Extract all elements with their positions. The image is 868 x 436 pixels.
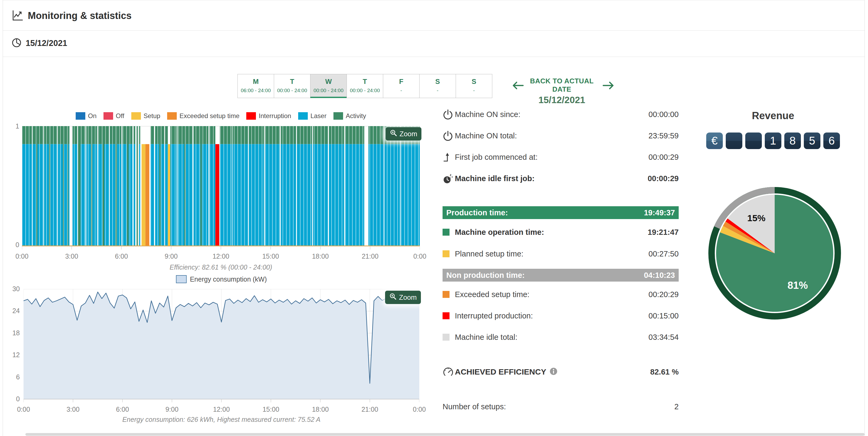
stat-label: Machine idle first job: — [455, 174, 534, 183]
week-day-5[interactable]: S- — [419, 74, 456, 98]
stat-label: Production time: — [446, 208, 508, 217]
stat-row-interrupted-production: Interrupted production:00:15:00 — [442, 309, 679, 322]
date-divider — [3, 57, 865, 57]
legend-item-exceeded-setup-time: Exceeded setup time — [167, 112, 239, 120]
revenue-pie-chart: 81%15% — [705, 184, 844, 324]
stat-label: Planned setup time: — [455, 249, 523, 258]
legend-item-off: Off — [103, 112, 124, 120]
card-top-border — [3, 0, 865, 0]
timeline-x-tick-label: 0:00 — [408, 253, 432, 260]
legend-swatch — [131, 112, 141, 120]
stat-row-number-of-setups: Number of setups:2 — [442, 400, 679, 413]
energy-legend: Energy consumption (kW) — [24, 275, 419, 283]
timeline-ymin-label: 0 — [6, 241, 19, 249]
stat-value: 19:49:37 — [644, 208, 675, 217]
page-header: Monitoring & statistics — [11, 9, 131, 23]
stat-label: First job commenced at: — [455, 153, 537, 162]
legend-label: Activity — [346, 112, 366, 120]
legend-item-interruption: Interruption — [246, 112, 291, 120]
stat-value: 00:20:29 — [648, 290, 679, 299]
stat-swatch — [442, 250, 450, 257]
energy-consumption-chart — [24, 289, 419, 404]
energy-y-tick-label: 30 — [6, 285, 20, 293]
timeline-x-tick-label: 12:00 — [209, 253, 233, 260]
energy-y-tick-label: 6 — [6, 373, 20, 381]
week-day-2-selected[interactable]: W00:00 - 24:00 — [310, 74, 347, 98]
stat-label: Machine idle total: — [455, 333, 518, 342]
stat-swatch — [442, 291, 450, 298]
stat-value: 2 — [674, 402, 679, 411]
timeline-legend: OnOffSetupExceeded setup timeInterruptio… — [22, 112, 420, 120]
machine-stats-panel: Machine ON since:00:00:00Machine ON tota… — [442, 108, 679, 423]
energy-y-tick-label: 24 — [6, 307, 20, 315]
efficiency-caption: Efficiency: 82.61 % (00:00 - 24:00) — [22, 263, 420, 271]
timeline-zoom-button[interactable]: Zoom — [385, 127, 422, 140]
stat-label: Non production time: — [446, 271, 525, 280]
energy-x-tick-label: 18:00 — [308, 406, 332, 413]
blank-digit-tile — [745, 133, 762, 149]
nav-date: 15/12/2021 — [524, 95, 600, 105]
current-date: 15/12/2021 — [26, 38, 67, 48]
stat-row-non-production-time: Non production time:04:10:23 — [442, 269, 679, 281]
back-to-actual-date[interactable]: BACK TO ACTUAL DATE 15/12/2021 — [524, 77, 600, 105]
legend-swatch — [246, 112, 256, 120]
stat-row-production-time: Production time:19:49:37 — [442, 206, 679, 219]
info-icon[interactable] — [550, 367, 558, 376]
stat-label: ACHIEVED EFFICIENCY — [455, 367, 546, 376]
week-day-1[interactable]: T00:00 - 24:00 — [274, 74, 310, 98]
timeline-x-tick-label: 9:00 — [159, 253, 183, 260]
energy-y-tick-label: 12 — [6, 351, 20, 359]
next-day-arrow[interactable] — [602, 80, 615, 92]
day-hours: 06:00 - 24:00 — [238, 88, 274, 94]
svg-text:z: z — [450, 173, 452, 177]
card-left-border — [3, 0, 3, 436]
day-letter: W — [310, 77, 346, 86]
gauge-icon — [442, 366, 455, 377]
week-day-3[interactable]: T00:00 - 24:00 — [346, 74, 383, 98]
svg-text:z: z — [450, 177, 451, 179]
energy-legend-swatch — [176, 275, 187, 283]
timeline-x-tick-label: 18:00 — [308, 253, 332, 260]
day-letter: M — [238, 77, 274, 86]
stat-value: 00:15:00 — [648, 311, 679, 320]
svg-text:z: z — [452, 175, 453, 178]
energy-x-tick-label: 6:00 — [111, 406, 134, 413]
blank-digit-tile — [726, 133, 742, 149]
day-hours: 00:00 - 24:00 — [310, 88, 346, 94]
day-hours: - — [456, 88, 492, 94]
energy-x-tick-label: 15:00 — [259, 406, 283, 413]
monitoring-dashboard: Monitoring & statistics 15/12/2021 M06:0… — [0, 0, 868, 436]
stat-swatch — [442, 229, 450, 236]
week-day-0[interactable]: M06:00 - 24:00 — [238, 74, 274, 98]
machine-status-timeline-chart — [22, 126, 420, 251]
week-day-6[interactable]: S- — [456, 74, 492, 98]
week-day-4[interactable]: F- — [383, 74, 420, 98]
power-icon — [442, 109, 455, 120]
legend-swatch — [334, 112, 343, 120]
legend-swatch — [298, 112, 308, 120]
stat-value: 04:10:23 — [644, 271, 675, 280]
day-letter: T — [274, 77, 310, 86]
legend-label: Exceeded setup time — [180, 112, 239, 120]
legend-label: Setup — [144, 112, 160, 120]
stat-label: Machine operation time: — [455, 228, 544, 237]
stat-label: Exceeded setup time: — [455, 290, 529, 299]
pie-clock-icon — [11, 37, 22, 49]
timeline-x-tick-label: 0:00 — [10, 253, 34, 260]
digit-tile: 5 — [804, 133, 820, 149]
energy-zoom-button[interactable]: Zoom — [385, 291, 421, 304]
legend-label: On — [88, 112, 96, 120]
legend-swatch — [103, 112, 113, 120]
legend-swatch — [76, 112, 85, 120]
energy-x-tick-label: 3:00 — [61, 406, 85, 413]
legend-swatch — [167, 112, 177, 120]
horizontal-scrollbar[interactable] — [25, 433, 865, 436]
stat-row-machine-operation-time: Machine operation time:19:21:47 — [442, 226, 679, 239]
energy-x-tick-label: 9:00 — [160, 406, 184, 413]
stat-label: Interrupted production: — [455, 311, 533, 320]
header-divider — [3, 30, 865, 31]
stat-row-exceeded-setup-time: Exceeded setup time:00:20:29 — [442, 288, 679, 301]
energy-y-tick-label: 18 — [6, 329, 20, 337]
energy-legend-label: Energy consumption (kW) — [190, 275, 267, 283]
previous-day-arrow[interactable] — [511, 80, 524, 92]
